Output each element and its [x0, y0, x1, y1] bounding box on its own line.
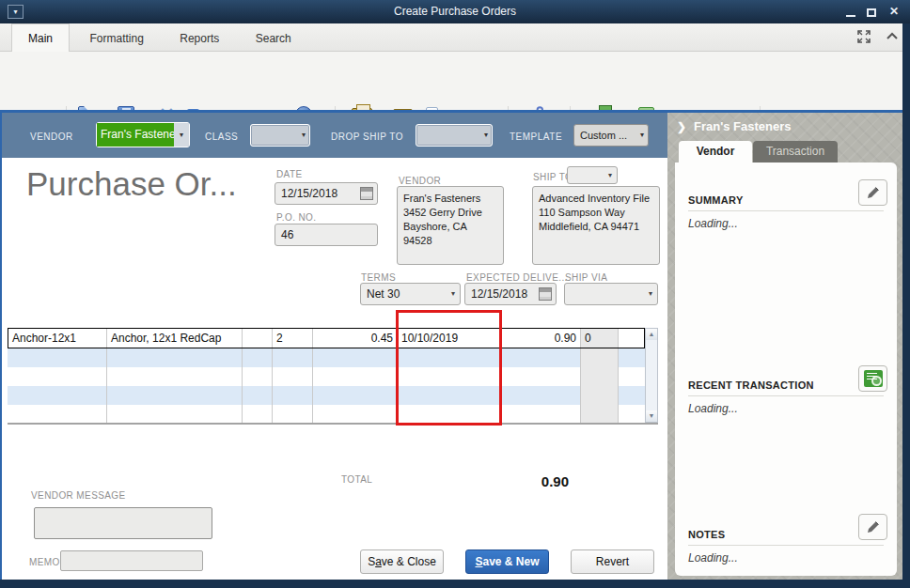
vendor-field-label: VENDOR: [30, 132, 73, 142]
minimize-button[interactable]: [842, 4, 859, 20]
summary-heading: SUMMARY: [688, 194, 744, 206]
expected-delivery-label: EXPECTED DELIVE...: [466, 272, 568, 283]
edit-notes-button[interactable]: [858, 514, 887, 540]
scroll-up-icon[interactable]: ▲: [646, 329, 657, 340]
save-and-close-button[interactable]: Save & Close: [360, 549, 444, 574]
panel-tab-vendor[interactable]: Vendor: [679, 141, 752, 162]
ship-via-label: SHIP VIA: [565, 272, 607, 283]
maximize-button[interactable]: [863, 4, 880, 20]
date-input[interactable]: 12/15/2018: [275, 182, 378, 205]
collapse-ribbon-icon[interactable]: [886, 30, 899, 47]
pencil-icon: [866, 185, 881, 200]
ship-via-select[interactable]: ▾: [564, 283, 658, 305]
vendor-message-label: VENDOR MESSAGE: [31, 490, 126, 501]
template-select-value: Custom ...: [580, 130, 627, 141]
vendor-select-caret[interactable]: ▾: [174, 123, 189, 147]
memo-input[interactable]: [60, 550, 203, 571]
vendor-bar: VENDOR Fran's Fasteners ▾ CLASS ▾ DROP S…: [2, 113, 667, 158]
panel-vendor-name: Fran's Fasteners: [694, 119, 792, 133]
vendor-select[interactable]: Fran's Fasteners ▾: [96, 122, 190, 147]
title-bar: ▾ Create Purchase Orders ✕: [0, 0, 910, 23]
create-purchase-orders-window: ▾ Create Purchase Orders ✕ Main Formatti…: [0, 0, 910, 588]
terms-label: TERMS: [361, 272, 396, 283]
table-row[interactable]: [8, 386, 645, 405]
terms-value: Net 30: [367, 287, 400, 301]
table-row[interactable]: [8, 348, 645, 367]
po-number-value: 46: [281, 228, 293, 241]
ship-to-address-box[interactable]: Advanced Inventory File 110 Sampson Way …: [532, 186, 660, 265]
save-and-new-button[interactable]: Save & New: [465, 549, 549, 574]
close-button[interactable]: ✕: [886, 4, 902, 20]
expand-ribbon-icon[interactable]: [857, 30, 871, 47]
total-label: TOTAL: [341, 474, 372, 485]
class-select[interactable]: ▾: [250, 124, 310, 147]
template-select[interactable]: Custom ...▾: [573, 124, 649, 147]
memo-label: MEMO: [29, 557, 60, 567]
vendor-address-label: VENDOR: [399, 176, 441, 186]
ship-to-select[interactable]: ▾: [567, 166, 618, 184]
panel-tab-transaction[interactable]: Transaction: [753, 141, 838, 162]
toolbar: ◀▶ Find ✶ New Save ▾ ✕ Delete Create a C…: [0, 52, 910, 110]
expected-delivery-value: 12/15/2018: [471, 287, 527, 301]
scroll-down-icon[interactable]: ▼: [646, 410, 657, 422]
table-row-active[interactable]: Anchor-12x1 Anchor, 12x1 RedCap 2 0.45 1…: [8, 328, 645, 348]
recent-transaction-loading-text: Loading...: [688, 402, 738, 415]
panel-card: SUMMARY Loading... RECENT TRANSACTION Lo…: [675, 162, 897, 576]
vendor-select-value: Fran's Fasteners: [97, 123, 174, 147]
table-row[interactable]: [8, 367, 645, 386]
date-label: DATE: [276, 169, 303, 179]
notes-heading: NOTES: [688, 529, 725, 540]
ribbon-tab-bar: Main Formatting Reports Search: [0, 23, 910, 52]
tab-reports[interactable]: Reports: [164, 24, 235, 53]
tab-formatting[interactable]: Formatting: [73, 24, 159, 53]
expected-delivery-input[interactable]: 12/15/2018: [464, 283, 557, 305]
table-scrollbar[interactable]: ▲ ▼: [645, 328, 658, 423]
recent-transaction-heading: RECENT TRANSACTION: [688, 379, 814, 391]
summary-loading-text: Loading...: [688, 217, 738, 230]
po-number-input[interactable]: 46: [275, 224, 378, 246]
revert-button[interactable]: Revert: [571, 549, 654, 574]
edit-summary-button[interactable]: [858, 179, 887, 206]
tab-search[interactable]: Search: [240, 24, 307, 53]
calendar-icon[interactable]: [360, 187, 373, 200]
report-magnifier-icon: [864, 370, 883, 387]
vendor-address-box[interactable]: Fran's Fasteners 3452 Gerry Drive Baysho…: [397, 186, 504, 265]
window-title: Create Purchase Orders: [0, 0, 910, 23]
template-field-label: TEMPLATE: [510, 132, 562, 142]
notes-loading-text: Loading...: [688, 551, 738, 565]
recent-transactions-report-button[interactable]: [858, 365, 887, 392]
drop-ship-to-select[interactable]: ▾: [416, 124, 493, 147]
vendor-side-panel: ❯ Fran's Fasteners Vendor Transaction SU…: [667, 113, 902, 580]
date-value: 12/15/2018: [281, 187, 337, 200]
calendar-icon[interactable]: [539, 287, 552, 301]
class-field-label: CLASS: [205, 132, 238, 142]
document-title: Purchase Or...: [26, 165, 237, 203]
tab-main[interactable]: Main: [11, 23, 70, 52]
po-number-label: P.O. NO.: [276, 212, 316, 223]
table-row[interactable]: [8, 405, 645, 423]
vendor-message-input[interactable]: [34, 507, 212, 539]
total-value: 0.90: [489, 473, 569, 489]
drop-ship-to-label: DROP SHIP TO: [331, 132, 403, 142]
pencil-icon: [866, 519, 881, 534]
terms-select[interactable]: Net 30 ▾: [360, 283, 461, 305]
panel-collapse-icon[interactable]: ❯: [677, 120, 686, 133]
